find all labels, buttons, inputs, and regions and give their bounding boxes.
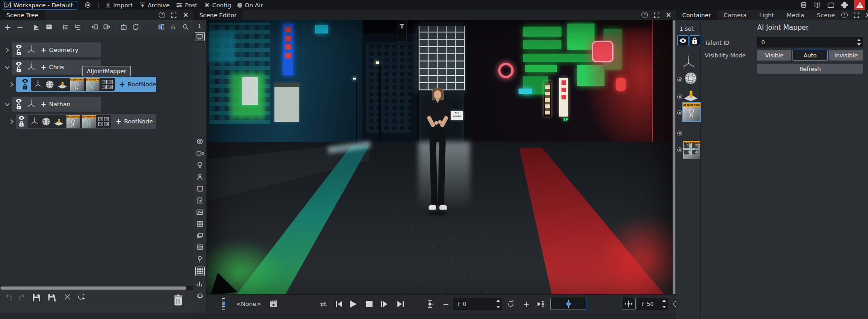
move-in-button[interactable] [103, 23, 111, 31]
play-button[interactable] [349, 295, 358, 313]
loop-icon[interactable] [507, 295, 514, 313]
ai-joint-mapper-thumbnail[interactable]: AI Joint Mapper [70, 78, 84, 91]
node-nathan[interactable]: YZX + Nathan [12, 97, 101, 112]
on-air-indicator[interactable]: On Air [237, 2, 263, 9]
menu-post[interactable]: Post [176, 2, 197, 9]
horizontal-scrollbar[interactable] [0, 286, 193, 290]
close-panel-icon[interactable]: × [183, 12, 189, 19]
lock-open-icon[interactable] [16, 49, 22, 56]
chip-icon[interactable] [196, 291, 204, 300]
levels-icon[interactable] [196, 280, 204, 288]
help-icon[interactable]: ? [159, 12, 165, 18]
eye-icon[interactable] [22, 79, 28, 83]
menu-import[interactable]: Import [105, 2, 133, 9]
clear-button[interactable] [63, 293, 71, 301]
layers-icon[interactable] [196, 231, 204, 239]
layer-stack-icon[interactable] [222, 295, 225, 313]
geometry-sphere-icon[interactable] [683, 70, 698, 86]
play-to-keyframe-icon[interactable] [537, 295, 546, 313]
tab-media[interactable]: Media [780, 10, 811, 20]
collapse-tree-button[interactable] [61, 23, 70, 31]
auto-button[interactable]: Auto [793, 50, 827, 61]
add-keyframe-button[interactable]: + [523, 295, 529, 313]
viewport-3d-scene[interactable]: T ALE HOUSE 3F [207, 20, 672, 304]
visible-button[interactable]: Visible [757, 50, 791, 61]
scrollbar-thumb[interactable] [673, 20, 675, 303]
projector-icon[interactable] [196, 149, 204, 157]
invisible-button[interactable]: Invisible [829, 50, 863, 61]
close-panel-icon[interactable]: × [865, 12, 868, 19]
material-icon[interactable] [683, 89, 699, 102]
stop-button[interactable] [366, 295, 373, 313]
workspace-selector[interactable]: Workspace - Default [3, 1, 77, 9]
primitive-icon[interactable] [196, 184, 204, 192]
add-icon[interactable]: + [41, 46, 47, 54]
radio-material[interactable] [677, 94, 682, 99]
talent-id-spinner[interactable] [856, 39, 862, 46]
chevron-right-icon[interactable] [8, 118, 15, 125]
screen-output-button[interactable] [195, 32, 205, 41]
eye-icon[interactable] [15, 61, 22, 66]
clapper-icon[interactable] [269, 295, 278, 313]
trash-icon[interactable] [171, 293, 185, 307]
radio-quad-view[interactable] [677, 147, 682, 152]
building-icon[interactable] [196, 196, 204, 204]
tab-scene-tree[interactable]: Scene Tree [0, 10, 45, 20]
talent-icon[interactable] [196, 173, 204, 181]
save-button[interactable] [32, 293, 42, 303]
lock-open-icon[interactable] [16, 66, 22, 73]
note-button[interactable] [45, 23, 53, 31]
media-icon[interactable] [196, 208, 204, 216]
tab-camera[interactable]: Camera [717, 10, 753, 20]
light-icon[interactable] [196, 161, 204, 169]
add-node-button[interactable]: + [4, 23, 12, 31]
viewport-scrollbar[interactable] [672, 20, 676, 304]
ai-joint-mapper-thumbnail[interactable]: AI Joint Mapper [66, 115, 80, 128]
warning-alert-button[interactable] [854, 0, 865, 10]
ai-talent-material-thumbnail[interactable]: AI Talent Material [86, 78, 99, 91]
add-icon[interactable]: + [41, 63, 47, 71]
node-geometry[interactable]: YZX + Geometry [12, 42, 101, 57]
reload-config-button[interactable] [77, 293, 85, 301]
frame-end-input[interactable]: F 50 [637, 298, 668, 310]
tab-scene[interactable]: Scene [811, 10, 841, 20]
add-group-button[interactable]: G [119, 23, 127, 31]
scrollbar-thumb[interactable] [0, 286, 186, 290]
run-button[interactable] [33, 23, 41, 31]
expand-panel-icon[interactable] [854, 12, 859, 18]
menu-config[interactable]: Config [204, 2, 231, 9]
add-icon[interactable]: + [119, 80, 125, 89]
ai-talent-material-thumbnail[interactable]: AI Talent Material [82, 115, 96, 128]
help-icon[interactable]: ? [642, 12, 648, 18]
grid-icon[interactable] [196, 220, 204, 228]
camera-icon[interactable] [196, 137, 204, 145]
radio-talent-material[interactable] [677, 131, 682, 136]
chevron-down-icon[interactable] [4, 101, 11, 108]
stats-button[interactable] [169, 23, 177, 31]
pin-icon[interactable] [196, 255, 204, 263]
lock-closed-icon[interactable] [19, 121, 24, 127]
step-forward-button[interactable] [380, 295, 388, 313]
frame-current-input[interactable]: F 0 [453, 298, 502, 310]
split-columns-button[interactable] [157, 23, 165, 31]
go-to-start-button[interactable] [335, 295, 343, 313]
eye-icon[interactable] [15, 99, 22, 103]
undo-button[interactable] [5, 293, 13, 301]
save-all-button[interactable] [47, 293, 58, 303]
radio-sphere[interactable] [677, 77, 682, 82]
frame-spinner[interactable] [661, 300, 667, 308]
eye-icon[interactable] [15, 44, 22, 49]
radio-joint-mapper[interactable] [677, 110, 682, 115]
remove-node-button[interactable]: − [16, 23, 24, 31]
tab-light[interactable]: Light [753, 10, 780, 20]
settings-gear-icon[interactable] [84, 1, 92, 9]
keyframe-navigate-button[interactable] [622, 298, 636, 310]
refresh-tree-button[interactable] [132, 23, 140, 31]
library-book-icon[interactable] [813, 1, 821, 9]
remove-keyframe-button[interactable]: − [443, 295, 449, 313]
add-icon[interactable]: + [41, 100, 47, 108]
keyframe-current-button[interactable] [550, 298, 586, 310]
frame-icon[interactable] [196, 243, 204, 251]
lock-open-icon[interactable] [16, 103, 22, 110]
tab-container[interactable]: Container [676, 10, 717, 20]
